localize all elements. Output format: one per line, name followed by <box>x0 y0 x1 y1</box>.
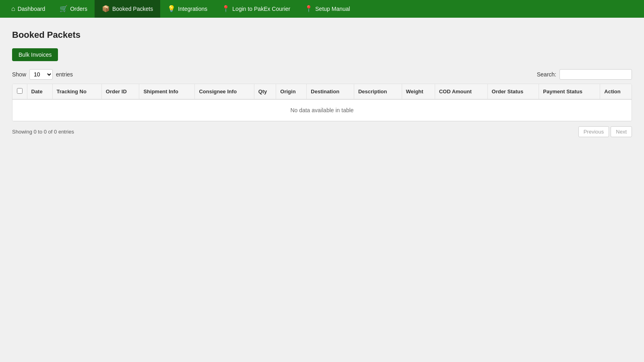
search-box: Search: <box>537 69 632 80</box>
nav-icon: ⌂ <box>11 6 15 12</box>
nav-icon: 🛒 <box>60 6 68 12</box>
search-input[interactable] <box>559 69 632 80</box>
col-header-weight: Weight <box>402 84 435 99</box>
col-header-description: Description <box>354 84 402 99</box>
search-label: Search: <box>537 71 556 78</box>
nav-label: Dashboard <box>18 6 45 12</box>
col-header-shipment_info: Shipment Info <box>139 84 195 99</box>
col-header-date: Date <box>27 84 52 99</box>
col-header-origin: Origin <box>276 84 307 99</box>
pagination-buttons: Previous Next <box>578 126 632 137</box>
data-table: DateTracking NoOrder IDShipment InfoCons… <box>12 84 632 121</box>
bulk-invoices-button[interactable]: Bulk Invoices <box>12 48 58 61</box>
col-header-order_status: Order Status <box>487 84 539 99</box>
col-header-tracking_no: Tracking No <box>52 84 101 99</box>
nav-icon: 📍 <box>222 6 230 12</box>
nav-item-login-to-pakex-courier[interactable]: 📍Login to PakEx Courier <box>215 0 297 18</box>
col-header-consignee_info: Consignee Info <box>195 84 254 99</box>
nav-item-orders[interactable]: 🛒Orders <box>52 0 95 18</box>
page-title: Booked Packets <box>12 30 632 40</box>
nav-label: Orders <box>70 6 87 12</box>
previous-button[interactable]: Previous <box>578 126 609 137</box>
show-entries-control: Show 102550100 entries <box>12 69 73 80</box>
next-button[interactable]: Next <box>611 126 632 137</box>
nav-item-integrations[interactable]: 💡Integrations <box>160 0 215 18</box>
showing-entries-text: Showing 0 to 0 of 0 entries <box>12 129 74 135</box>
col-header-checkbox <box>12 84 27 99</box>
col-header-order_id: Order ID <box>101 84 139 99</box>
entries-label: entries <box>56 71 73 78</box>
col-header-qty: Qty <box>254 84 276 99</box>
entries-select[interactable]: 102550100 <box>29 69 53 80</box>
col-header-payment_status: Payment Status <box>539 84 600 99</box>
show-label: Show <box>12 71 26 78</box>
table-header: DateTracking NoOrder IDShipment InfoCons… <box>12 84 632 99</box>
select-all-checkbox[interactable] <box>17 88 23 94</box>
nav-label: Booked Packets <box>112 6 153 12</box>
no-data-cell: No data available in table <box>12 99 632 121</box>
table-body: No data available in table <box>12 99 632 121</box>
main-nav: ⌂Dashboard🛒Orders📦Booked Packets💡Integra… <box>0 0 644 18</box>
nav-item-booked-packets[interactable]: 📦Booked Packets <box>95 0 160 18</box>
pagination-bar: Showing 0 to 0 of 0 entries Previous Nex… <box>12 126 632 137</box>
data-table-wrapper: DateTracking NoOrder IDShipment InfoCons… <box>12 84 632 121</box>
nav-icon: 💡 <box>167 6 175 12</box>
no-data-row: No data available in table <box>12 99 632 121</box>
nav-label: Integrations <box>178 6 207 12</box>
header-row: DateTracking NoOrder IDShipment InfoCons… <box>12 84 632 99</box>
col-header-action: Action <box>600 84 632 99</box>
nav-label: Setup Manual <box>315 6 350 12</box>
nav-item-dashboard[interactable]: ⌂Dashboard <box>4 0 52 18</box>
table-controls: Show 102550100 entries Search: <box>12 69 632 80</box>
nav-icon: 📦 <box>102 6 110 12</box>
col-header-destination: Destination <box>307 84 354 99</box>
nav-icon: 📍 <box>305 6 313 12</box>
main-content: Booked Packets Bulk Invoices Show 102550… <box>0 18 644 145</box>
nav-item-setup-manual[interactable]: 📍Setup Manual <box>297 0 357 18</box>
col-header-cod_amount: COD Amount <box>435 84 487 99</box>
nav-label: Login to PakEx Courier <box>232 6 290 12</box>
